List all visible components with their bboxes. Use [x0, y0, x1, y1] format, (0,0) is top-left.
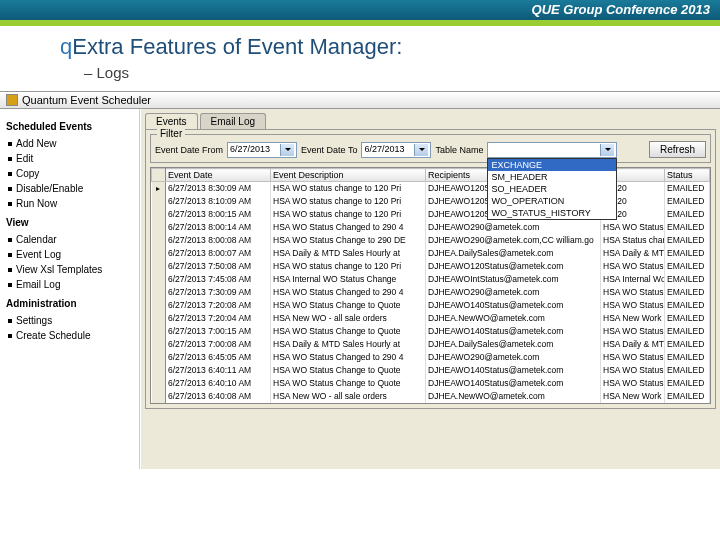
- chevron-down-icon[interactable]: [414, 144, 428, 156]
- table-row[interactable]: 6/27/2013 7:20:04 AMHSA New WO - all sal…: [152, 312, 710, 325]
- sidebar-item[interactable]: Disable/Enable: [4, 181, 135, 196]
- sidebar-item[interactable]: Settings: [4, 313, 135, 328]
- column-header[interactable]: Event Description: [271, 169, 426, 182]
- app-titlebar: Quantum Event Scheduler: [0, 92, 720, 109]
- dropdown-option[interactable]: SO_HEADER: [488, 183, 616, 195]
- sidebar-item[interactable]: Run Now: [4, 196, 135, 211]
- sidebar: Scheduled Events Add NewEditCopyDisable/…: [0, 109, 140, 469]
- table-row[interactable]: 6/27/2013 8:30:09 AMHSA WO status change…: [152, 182, 710, 195]
- sidebar-item[interactable]: Create Schedule: [4, 328, 135, 343]
- sidebar-item[interactable]: View Xsl Templates: [4, 262, 135, 277]
- table-row[interactable]: 6/27/2013 8:00:14 AMHSA WO Status Change…: [152, 221, 710, 234]
- app-icon: [6, 94, 18, 106]
- chevron-down-icon[interactable]: [600, 144, 614, 156]
- table-row[interactable]: 6/27/2013 6:40:11 AMHSA WO Status Change…: [152, 364, 710, 377]
- table-row[interactable]: 6/27/2013 8:00:08 AMHSA WO Status Change…: [152, 234, 710, 247]
- dropdown-option[interactable]: EXCHANGE: [488, 159, 616, 171]
- table-name-select[interactable]: EXCHANGESM_HEADERSO_HEADERWO_OPERATIONWO…: [487, 142, 617, 158]
- slide-title: qExtra Features of Event Manager:: [60, 34, 680, 60]
- sidebar-section-admin: Administration: [6, 298, 135, 309]
- column-header[interactable]: Event Date: [166, 169, 271, 182]
- table-row[interactable]: 6/27/2013 7:50:08 AMHSA WO status change…: [152, 260, 710, 273]
- tab-events[interactable]: Events: [145, 113, 198, 129]
- app-title-text: Quantum Event Scheduler: [22, 94, 151, 106]
- conference-header: QUE Group Conference 2013: [0, 0, 720, 20]
- sidebar-item[interactable]: Copy: [4, 166, 135, 181]
- tab-email-log[interactable]: Email Log: [200, 113, 266, 129]
- table-row[interactable]: 6/27/2013 6:40:08 AMHSA New WO - all sal…: [152, 390, 710, 403]
- dropdown-option[interactable]: WO_OPERATION: [488, 195, 616, 207]
- main-panel: Events Email Log Filter Event Date From …: [140, 109, 720, 469]
- event-grid[interactable]: Event DateEvent DescriptionRecipientsSta…: [150, 167, 711, 404]
- slide-subtitle: – Logs: [84, 64, 680, 81]
- sidebar-item[interactable]: Event Log: [4, 247, 135, 262]
- sidebar-item[interactable]: Calendar: [4, 232, 135, 247]
- filter-group: Filter Event Date From 6/27/2013 Event D…: [150, 134, 711, 163]
- sidebar-section-scheduled: Scheduled Events: [6, 121, 135, 132]
- dropdown-option[interactable]: SM_HEADER: [488, 171, 616, 183]
- date-from-input[interactable]: 6/27/2013: [227, 142, 297, 158]
- refresh-button[interactable]: Refresh: [649, 141, 706, 158]
- table-name-label: Table Name: [435, 145, 483, 155]
- table-row[interactable]: 6/27/2013 7:00:15 AMHSA WO Status Change…: [152, 325, 710, 338]
- filter-label: Filter: [157, 128, 185, 139]
- sidebar-item[interactable]: Edit: [4, 151, 135, 166]
- table-row[interactable]: 6/27/2013 8:10:09 AMHSA WO status change…: [152, 195, 710, 208]
- sidebar-item[interactable]: Email Log: [4, 277, 135, 292]
- date-to-input[interactable]: 6/27/2013: [361, 142, 431, 158]
- table-row[interactable]: 6/27/2013 7:30:09 AMHSA WO Status Change…: [152, 286, 710, 299]
- app-window: Quantum Event Scheduler Scheduled Events…: [0, 91, 720, 469]
- sidebar-item[interactable]: Add New: [4, 136, 135, 151]
- to-label: Event Date To: [301, 145, 357, 155]
- table-row[interactable]: 6/27/2013 8:00:07 AMHSA Daily & MTD Sale…: [152, 247, 710, 260]
- table-row[interactable]: 6/27/2013 8:00:15 AMHSA WO status change…: [152, 208, 710, 221]
- table-row[interactable]: 6/27/2013 6:45:05 AMHSA WO Status Change…: [152, 351, 710, 364]
- chevron-down-icon[interactable]: [280, 144, 294, 156]
- table-row[interactable]: 6/27/2013 7:45:08 AMHSA Internal WO Stat…: [152, 273, 710, 286]
- sidebar-section-view: View: [6, 217, 135, 228]
- table-row[interactable]: 6/27/2013 6:40:10 AMHSA WO Status Change…: [152, 377, 710, 390]
- table-name-dropdown-list[interactable]: EXCHANGESM_HEADERSO_HEADERWO_OPERATIONWO…: [487, 158, 617, 220]
- from-label: Event Date From: [155, 145, 223, 155]
- table-row[interactable]: 6/27/2013 7:00:08 AMHSA Daily & MTD Sale…: [152, 338, 710, 351]
- dropdown-option[interactable]: WO_STATUS_HISTORY: [488, 207, 616, 219]
- table-row[interactable]: 6/27/2013 7:20:08 AMHSA WO Status Change…: [152, 299, 710, 312]
- column-header[interactable]: Status: [665, 169, 710, 182]
